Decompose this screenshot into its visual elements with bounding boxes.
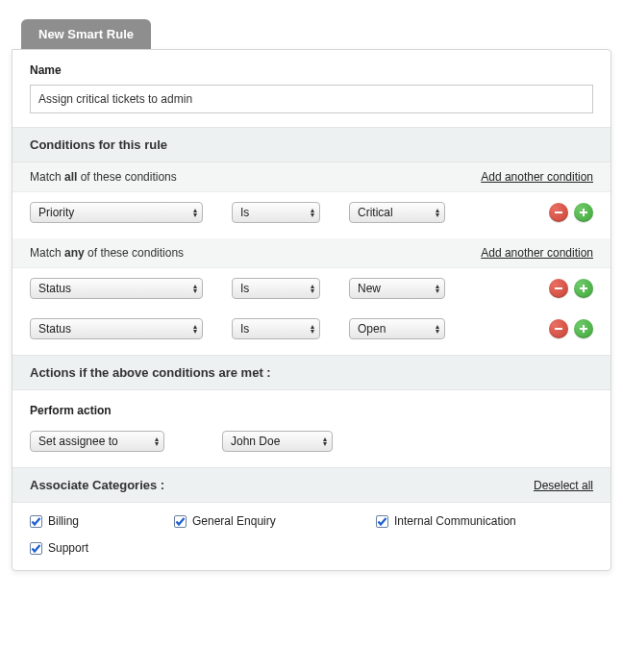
- match-all-suffix: of these conditions: [77, 170, 176, 184]
- match-all-header: Match all of these conditions Add anothe…: [12, 162, 611, 192]
- svg-rect-2: [583, 209, 585, 216]
- match-any-emph: any: [64, 246, 85, 260]
- condition-value-select[interactable]: Critical: [349, 202, 445, 223]
- match-any-prefix: Match: [30, 246, 64, 260]
- associate-header: Associate Categories : Deselect all: [12, 467, 611, 503]
- condition-op-select[interactable]: Is: [232, 202, 320, 223]
- action-type-select[interactable]: Set assignee to: [30, 431, 164, 452]
- category-item[interactable]: General Enquiry: [174, 514, 366, 528]
- svg-rect-3: [555, 287, 562, 289]
- condition-field-select[interactable]: Status: [30, 278, 203, 299]
- tab-new-smart-rule[interactable]: New Smart Rule: [21, 19, 151, 49]
- add-condition-button[interactable]: [574, 319, 593, 338]
- checkbox-icon[interactable]: [376, 515, 388, 528]
- remove-condition-button[interactable]: [549, 319, 568, 338]
- checkbox-icon[interactable]: [30, 515, 42, 528]
- conditions-header: Conditions for this rule: [12, 127, 611, 162]
- perform-action-label: Perform action: [30, 404, 593, 417]
- match-all-prefix: Match: [30, 170, 64, 184]
- condition-field-select[interactable]: Status: [30, 318, 203, 339]
- add-condition-button[interactable]: [574, 203, 593, 222]
- add-condition-any[interactable]: Add another condition: [481, 246, 593, 260]
- category-item[interactable]: Support: [30, 541, 164, 555]
- checkbox-icon[interactable]: [30, 542, 42, 555]
- category-item[interactable]: Billing: [30, 514, 164, 528]
- condition-row: Status▴▾ Is▴▾ Open▴▾: [12, 309, 611, 349]
- category-label: Billing: [48, 514, 79, 528]
- remove-condition-button[interactable]: [549, 279, 568, 298]
- match-any-suffix: of these conditions: [85, 246, 184, 260]
- svg-rect-5: [583, 285, 585, 292]
- match-any-header: Match any of these conditions Add anothe…: [12, 238, 611, 268]
- category-label: Internal Communication: [394, 514, 516, 528]
- add-condition-all[interactable]: Add another condition: [481, 170, 593, 184]
- name-input[interactable]: [30, 85, 593, 113]
- rule-panel: Name Conditions for this rule Match all …: [12, 49, 611, 571]
- category-label: General Enquiry: [192, 514, 276, 528]
- action-target-select[interactable]: John Doe: [222, 431, 333, 452]
- associate-header-label: Associate Categories :: [30, 478, 164, 492]
- checkbox-icon[interactable]: [174, 515, 187, 528]
- deselect-all-link[interactable]: Deselect all: [534, 479, 593, 492]
- condition-row: Priority▴▾ Is▴▾ Critical▴▾: [12, 192, 611, 233]
- match-all-emph: all: [64, 170, 77, 184]
- remove-condition-button[interactable]: [549, 203, 568, 222]
- condition-row: Status▴▾ Is▴▾ New▴▾: [12, 268, 611, 309]
- svg-rect-6: [555, 328, 562, 330]
- name-label: Name: [30, 63, 593, 77]
- condition-value-select[interactable]: New: [349, 278, 445, 299]
- condition-op-select[interactable]: Is: [232, 278, 320, 299]
- add-condition-button[interactable]: [574, 279, 593, 298]
- condition-field-select[interactable]: Priority: [30, 202, 203, 223]
- condition-value-select[interactable]: Open: [349, 318, 445, 339]
- category-item[interactable]: Internal Communication: [376, 514, 568, 528]
- actions-header: Actions if the above conditions are met …: [12, 355, 611, 390]
- svg-rect-0: [555, 212, 562, 213]
- svg-rect-8: [583, 325, 585, 333]
- category-label: Support: [48, 541, 88, 555]
- condition-op-select[interactable]: Is: [232, 318, 320, 339]
